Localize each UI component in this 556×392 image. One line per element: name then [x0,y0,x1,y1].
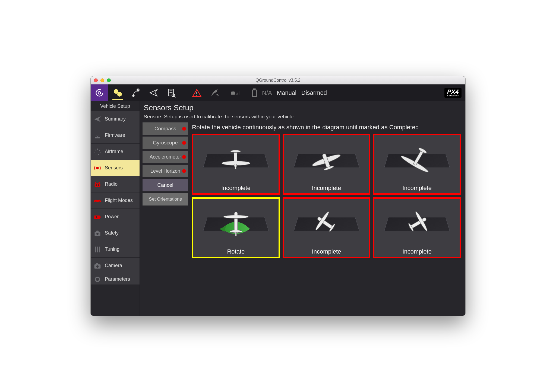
sidebar-header: Vehicle Setup [91,101,140,111]
svg-rect-60 [235,164,236,169]
svg-point-5 [116,91,117,92]
sidebar-item-firmware[interactable]: Firmware [91,127,140,144]
orientation-tile-active[interactable]: Rotate [192,197,280,258]
px4-logo: PX4 autopilot [444,88,462,98]
cal-label: Level Horizon [150,168,180,174]
status-readout: N/A Manual Disarmed [262,89,327,96]
svg-point-56 [97,279,98,280]
status-dot-icon [182,141,186,145]
armed-state[interactable]: Disarmed [301,89,327,96]
gear-icon [93,275,102,283]
tile-label: Incomplete [312,185,341,192]
cal-label: Set Orientations [149,197,182,202]
svg-point-49 [95,247,96,249]
sidebar-item-parameters[interactable]: Parameters [91,274,140,285]
status-dot-icon [182,169,186,173]
sidebar-item-label: Summary [105,116,126,122]
sidebar-item-label: Sensors [105,165,123,171]
sidebar-item-flightmodes[interactable]: Flight Modes [91,192,140,209]
svg-point-34 [97,167,99,169]
svg-point-31 [96,154,96,154]
sidebar-item-summary[interactable]: Summary [91,111,140,127]
cal-button-column: Compass Gyroscope Accelerometer Lev [143,122,190,316]
svg-point-27 [97,148,98,150]
svg-rect-17 [231,92,235,95]
orientation-tile[interactable]: Incomplete [373,197,461,258]
orientation-tile[interactable]: Incomplete [283,134,371,195]
svg-point-32 [94,152,95,152]
camera-icon [93,262,102,270]
brand-name: PX4 [447,88,459,95]
sidebar-item-radio[interactable]: Radio [91,176,140,192]
svg-point-7 [132,95,134,96]
gps-icon[interactable] [207,84,223,101]
orientation-tile[interactable]: Incomplete [283,197,371,258]
svg-rect-25 [254,89,255,90]
svg-rect-41 [100,216,101,218]
app-logo-icon[interactable] [91,84,108,101]
toolbar: B N/A Manual Disarmed PX4 autopilot [91,84,465,101]
svg-point-51 [99,248,100,249]
cal-level-button[interactable]: Level Horizon [143,165,188,177]
svg-rect-26 [95,137,100,138]
content: Sensors Setup Sensors Setup is used to c… [140,101,465,316]
sidebar-item-power[interactable]: Power [91,209,140,225]
titlebar: QGroundControl v3.5.2 [91,76,465,84]
cal-gyro-button[interactable]: Gyroscope [143,137,188,149]
sidebar-item-airframe[interactable]: Airframe [91,144,140,160]
orientation-tile[interactable]: Incomplete [192,134,280,195]
flight-mode[interactable]: Manual [277,89,296,96]
sidebar-item-sensors[interactable]: Sensors [91,160,140,176]
svg-point-16 [196,95,197,96]
svg-point-30 [98,154,99,155]
svg-rect-53 [96,263,98,264]
window-title: QGroundControl v3.5.2 [91,78,465,83]
plane-icon [297,137,356,183]
svg-point-38 [95,182,96,183]
sidebar-item-label: Parameters [105,276,130,282]
svg-rect-43 [96,230,99,232]
svg-point-36 [96,184,97,186]
battery-value: N/A [262,89,272,96]
sidebar-item-tuning[interactable]: Tuning [91,241,140,258]
medkit-icon [93,229,102,237]
plane-icon [387,134,447,186]
plane-icon [210,209,261,239]
page-desc: Sensors Setup is used to calibrate the s… [144,114,461,120]
svg-rect-22 [238,92,238,95]
sidebar-item-label: Airframe [105,149,123,154]
svg-rect-45 [96,233,99,234]
cal-label: Compass [154,126,176,132]
sidebar-item-label: Power [105,214,119,220]
cancel-button[interactable]: Cancel [143,179,188,191]
set-orientations-button[interactable]: Set Orientations [143,193,188,206]
status-dot-icon [182,127,186,131]
calibration-panel: Rotate the vehicle continuously as shown… [190,122,465,316]
analyze-view-icon[interactable] [163,84,180,101]
plan-view-icon[interactable]: B [128,84,144,101]
status-dot-icon [182,155,186,159]
sidebar-item-safety[interactable]: Safety [91,225,140,241]
cal-accel-button[interactable]: Accelerometer [143,151,188,163]
warning-icon[interactable] [189,84,205,101]
battery-icon[interactable] [248,84,260,101]
svg-point-68 [223,215,248,218]
sidebar-item-label: Tuning [105,246,119,252]
svg-point-19 [233,91,235,92]
fly-view-icon[interactable] [146,84,162,101]
toolbar-separator [184,87,184,98]
cal-compass-button[interactable]: Compass [143,122,188,135]
cal-label: Gyroscope [153,140,178,146]
radio-icon [93,180,102,188]
app-window: QGroundControl v3.5.2 B [91,76,465,316]
instruction-text: Rotate the vehicle continuously as shown… [192,124,461,131]
orientation-tile[interactable]: Incomplete [373,134,461,195]
svg-rect-23 [239,91,239,95]
setup-view-icon[interactable] [110,84,126,101]
tile-label: Incomplete [221,185,251,192]
sidebar-item-camera[interactable]: Camera [91,258,140,274]
tile-label: Rotate [227,248,245,255]
sidebar-item-label: Flight Modes [105,198,133,203]
sidebar-item-label: Safety [105,230,119,236]
rc-icon[interactable] [225,84,246,101]
